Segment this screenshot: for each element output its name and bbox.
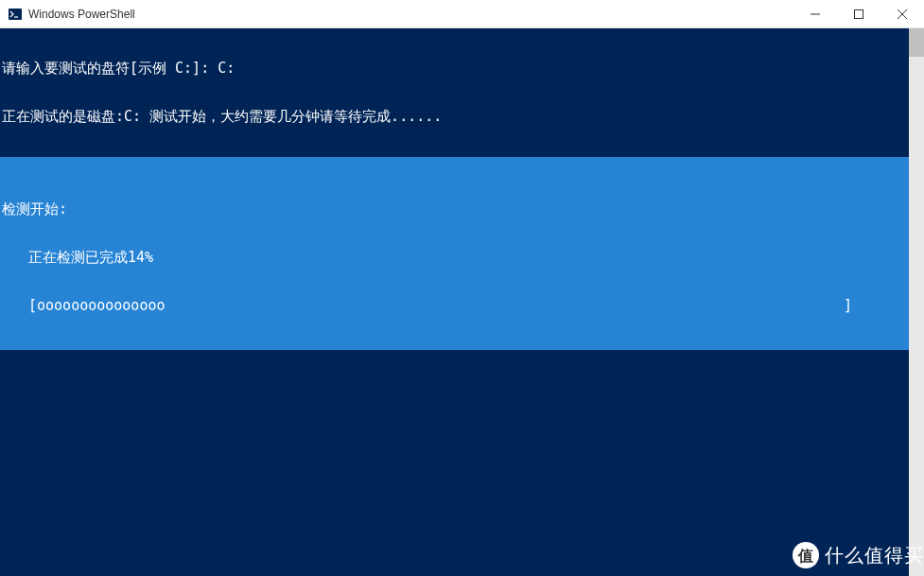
progress-fill: ooooooooooooooo bbox=[37, 298, 844, 314]
powershell-icon bbox=[8, 7, 23, 22]
svg-rect-3 bbox=[855, 9, 863, 18]
progress-bar: [ooooooooooooooo] bbox=[0, 298, 909, 314]
window-titlebar: Windows PowerShell bbox=[0, 0, 924, 28]
progress-block: 检测开始: 正在检测已完成14% [ooooooooooooooo] bbox=[0, 157, 909, 350]
maximize-button[interactable] bbox=[837, 0, 880, 27]
svg-rect-0 bbox=[9, 9, 22, 20]
console-line-status: 正在测试的是磁盘:C: 测试开始，大约需要几分钟请等待完成...... bbox=[0, 109, 909, 125]
progress-header: 检测开始: bbox=[0, 201, 909, 218]
progress-open-bracket: [ bbox=[28, 298, 37, 314]
window-title: Windows PowerShell bbox=[28, 8, 793, 21]
scrollbar-thumb[interactable] bbox=[909, 28, 924, 57]
progress-close-bracket: ] bbox=[844, 298, 852, 314]
window-controls bbox=[793, 0, 924, 27]
minimize-button[interactable] bbox=[793, 0, 837, 27]
vertical-scrollbar[interactable] bbox=[909, 28, 924, 576]
progress-status: 正在检测已完成14% bbox=[0, 250, 909, 266]
console-line-prompt: 请输入要测试的盘符[示例 C:]: C: bbox=[0, 61, 909, 77]
console-content: 请输入要测试的盘符[示例 C:]: C: 正在测试的是磁盘:C: 测试开始，大约… bbox=[0, 28, 909, 576]
console-area[interactable]: 请输入要测试的盘符[示例 C:]: C: 正在测试的是磁盘:C: 测试开始，大约… bbox=[0, 28, 924, 576]
close-button[interactable] bbox=[880, 0, 924, 27]
